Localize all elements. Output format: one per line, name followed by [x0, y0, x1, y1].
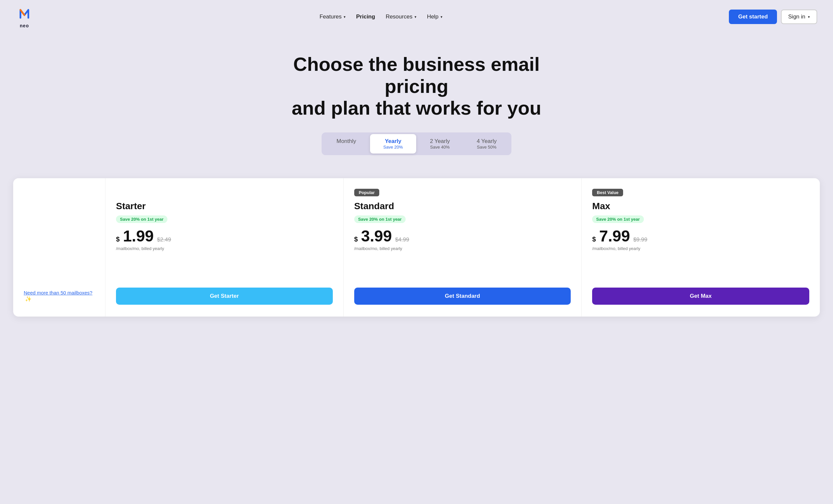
chevron-down-icon: ▾: [414, 15, 416, 19]
neo-logo-icon: [16, 5, 33, 22]
nav-features[interactable]: Features ▾: [319, 14, 346, 20]
hero-headline: Choose the business email pricing and pl…: [268, 53, 565, 119]
standard-period: /mailbox/mo, billed yearly: [354, 246, 402, 251]
billing-toggle: Monthly Yearly Save 20% 2 Yearly Save 40…: [322, 133, 511, 155]
get-max-button[interactable]: Get Max: [592, 288, 809, 305]
nav-help[interactable]: Help ▾: [427, 14, 443, 20]
standard-dollar: $: [354, 236, 358, 243]
max-dollar: $: [592, 236, 596, 243]
starter-amount: 1.99: [123, 228, 153, 244]
standard-amount: 3.99: [361, 228, 392, 244]
plan-starter: placeholder Starter Save 20% on 1st year…: [105, 178, 344, 317]
navbar: neo Features ▾ Pricing Resources ▾ Help …: [0, 0, 833, 33]
max-amount: 7.99: [599, 228, 630, 244]
mailbox-link[interactable]: Need more than 50 mailboxes?: [24, 290, 92, 295]
pricing-section: Need more than 50 mailboxes? ✨ placehold…: [0, 168, 833, 330]
pricing-cards: Need more than 50 mailboxes? ✨ placehold…: [13, 178, 820, 317]
starter-save-badge: Save 20% on 1st year: [116, 215, 167, 223]
nav-resources[interactable]: Resources ▾: [385, 14, 416, 20]
chevron-down-icon: ▾: [441, 15, 443, 19]
logo-text: neo: [20, 23, 29, 28]
max-price-row: $ 7.99 $9.99: [592, 228, 647, 244]
billing-4yearly[interactable]: 4 Yearly Save 50%: [463, 134, 510, 153]
logo[interactable]: neo: [16, 5, 33, 28]
billing-yearly[interactable]: Yearly Save 20%: [370, 134, 416, 153]
standard-save-badge: Save 20% on 1st year: [354, 215, 406, 223]
get-starter-button[interactable]: Get Starter: [116, 288, 333, 305]
standard-plan-name: Standard: [354, 201, 394, 212]
pricing-left-panel: Need more than 50 mailboxes? ✨: [13, 178, 105, 317]
billing-monthly[interactable]: Monthly: [323, 134, 370, 153]
max-badge: Best Value: [592, 189, 623, 196]
max-plan-name: Max: [592, 201, 610, 212]
max-period: /mailbox/mo, billed yearly: [592, 246, 640, 251]
sparkle-icon: ✨: [25, 296, 32, 302]
get-started-button[interactable]: Get started: [729, 9, 777, 24]
standard-price-row: $ 3.99 $4.99: [354, 228, 409, 244]
starter-original: $2.49: [157, 237, 171, 243]
hero-section: Choose the business email pricing and pl…: [0, 33, 833, 168]
billing-2yearly[interactable]: 2 Yearly Save 40%: [417, 134, 463, 153]
chevron-down-icon: ▾: [808, 15, 810, 19]
starter-price-row: $ 1.99 $2.49: [116, 228, 171, 244]
starter-dollar: $: [116, 236, 120, 243]
sign-in-button[interactable]: Sign in ▾: [781, 9, 817, 24]
get-standard-button[interactable]: Get Standard: [354, 288, 571, 305]
plan-max: Best Value Max Save 20% on 1st year $ 7.…: [581, 178, 820, 317]
mailbox-link-row: Need more than 50 mailboxes? ✨: [24, 290, 95, 302]
standard-original: $4.99: [395, 237, 409, 243]
starter-period: /mailbox/mo, billed yearly: [116, 246, 164, 251]
nav-links: Features ▾ Pricing Resources ▾ Help ▾: [319, 14, 443, 20]
starter-plan-name: Starter: [116, 201, 146, 212]
plan-standard: Popular Standard Save 20% on 1st year $ …: [344, 178, 582, 317]
nav-actions: Get started Sign in ▾: [729, 9, 817, 24]
standard-badge: Popular: [354, 189, 379, 196]
max-save-badge: Save 20% on 1st year: [592, 215, 644, 223]
nav-pricing[interactable]: Pricing: [356, 14, 375, 20]
chevron-down-icon: ▾: [344, 15, 346, 19]
max-original: $9.99: [633, 237, 647, 243]
